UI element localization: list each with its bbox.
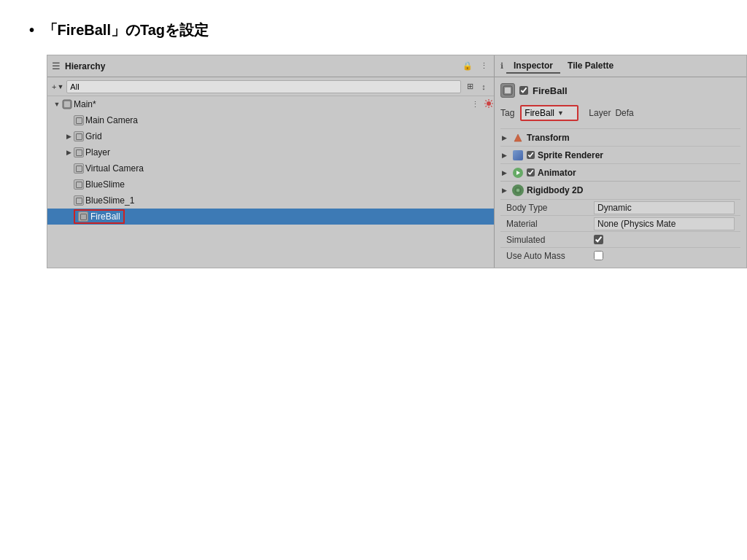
sprite-renderer-checkbox[interactable] — [527, 151, 535, 159]
hierarchy-panel: ☰ Hierarchy 🔒 ⋮ + ▼ ⊞ ↕ — [47, 55, 495, 268]
fireball-label: FireBall — [90, 211, 120, 222]
grid-label: Grid — [85, 131, 102, 141]
rigidbody-header[interactable]: Rigidbody 2D — [500, 182, 740, 199]
svg-point-8 — [516, 189, 519, 192]
player-label: Player — [85, 147, 110, 158]
body-type-label: Body Type — [506, 203, 594, 213]
hierarchy-item-fireball[interactable]: FireBall — [47, 209, 494, 225]
simulated-checkbox[interactable] — [594, 235, 603, 244]
hierarchy-menu-icon: ☰ — [52, 61, 61, 71]
tag-value: FireBall — [525, 108, 554, 118]
scene-icon — [62, 99, 72, 109]
simulated-label: Simulated — [506, 235, 594, 245]
svg-marker-6 — [516, 171, 520, 175]
animator-checkbox[interactable] — [527, 168, 535, 176]
gameobject-active-checkbox[interactable] — [519, 86, 528, 95]
main-camera-label: Main Camera — [85, 115, 138, 125]
sprite-renderer-icon — [512, 149, 524, 161]
gameobject-header: FireBall — [500, 82, 740, 99]
rigidbody-name: Rigidbody 2D — [527, 185, 583, 195]
hierarchy-item-blueslime1[interactable]: BlueSlime_1 — [47, 192, 494, 209]
transform-icon — [512, 132, 524, 144]
animator-expand-icon[interactable] — [502, 169, 509, 176]
bullet-point: • — [29, 22, 34, 38]
main-camera-icon — [74, 115, 84, 125]
blueslime-label: BlueSlime — [85, 179, 125, 190]
unity-editor-screenshot: ☰ Hierarchy 🔒 ⋮ + ▼ ⊞ ↕ — [47, 55, 747, 268]
property-body-type: Body Type Dynamic — [500, 199, 740, 215]
gameobject-icon — [500, 83, 515, 98]
svg-rect-1 — [64, 101, 70, 107]
blueslime1-label: BlueSlime_1 — [85, 195, 134, 206]
hierarchy-item-main-camera[interactable]: Main Camera — [47, 112, 494, 128]
rigidbody-section: Rigidbody 2D Body Type Dynamic Material … — [500, 181, 740, 263]
tag-layer-row: Tag FireBall ▼ Layer Defa — [500, 104, 740, 122]
rigidbody-expand-icon[interactable] — [502, 187, 509, 194]
animator-icon — [512, 167, 524, 179]
svg-rect-4 — [505, 88, 511, 93]
tag-dropdown-arrow: ▼ — [557, 109, 564, 117]
hierarchy-item-player[interactable]: Player — [47, 144, 494, 160]
inspector-info-icon: ℹ — [500, 61, 503, 71]
gameobject-name: FireBall — [533, 85, 568, 96]
svg-point-2 — [487, 101, 491, 106]
tile-palette-tab[interactable]: Tile Palette — [560, 59, 621, 74]
search-filter-icon[interactable]: ⊞ — [464, 81, 476, 93]
grid-icon — [74, 131, 84, 141]
virtual-camera-label: Virtual Camera — [85, 163, 144, 174]
component-animator[interactable]: Animator — [500, 163, 740, 181]
hierarchy-item-virtual-camera[interactable]: Virtual Camera — [47, 160, 494, 176]
grid-expand-arrow[interactable] — [65, 133, 72, 140]
property-simulated: Simulated — [500, 231, 740, 247]
animator-name: Animator — [538, 168, 576, 178]
blueslime-icon — [74, 179, 84, 190]
hierarchy-search-bar: + ▼ ⊞ ↕ — [47, 77, 494, 96]
sprite-renderer-name: Sprite Renderer — [538, 150, 603, 160]
tag-label: Tag — [500, 108, 514, 118]
hierarchy-item-blueslime[interactable]: BlueSlime — [47, 176, 494, 192]
component-transform[interactable]: Transform — [500, 128, 740, 146]
body-type-value[interactable]: Dynamic — [594, 201, 735, 214]
transform-expand-icon[interactable] — [502, 134, 509, 141]
virtual-camera-icon — [74, 163, 84, 174]
player-icon — [74, 147, 84, 158]
add-button[interactable]: + ▼ — [52, 82, 63, 91]
search-sort-icon[interactable]: ↕ — [478, 81, 489, 93]
inspector-tab[interactable]: Inspector — [506, 59, 560, 74]
scene-expand-arrow[interactable] — [53, 101, 61, 108]
inspector-header: ℹ Inspector Tile Palette — [495, 55, 746, 77]
search-input[interactable] — [66, 80, 461, 93]
scene-options-icon[interactable]: ⋮ — [471, 100, 479, 109]
scene-row[interactable]: Main* ⋮ — [47, 96, 494, 112]
fireball-selection-box: FireBall — [74, 209, 125, 224]
hierarchy-lock-icon[interactable]: 🔒 — [462, 61, 473, 72]
sprite-renderer-expand-icon[interactable] — [502, 152, 509, 159]
hierarchy-item-grid[interactable]: Grid — [47, 128, 494, 144]
component-sprite-renderer[interactable]: Sprite Renderer — [500, 146, 740, 163]
main-camera-gear-icon — [484, 98, 494, 111]
fireball-icon — [78, 211, 88, 222]
hierarchy-title: Hierarchy — [65, 61, 105, 71]
tag-dropdown[interactable]: FireBall ▼ — [520, 105, 578, 121]
use-auto-mass-label: Use Auto Mass — [506, 251, 594, 261]
material-value[interactable]: None (Physics Mate — [594, 217, 735, 230]
inspector-content: FireBall Tag FireBall ▼ Layer Defa Trans… — [495, 77, 746, 268]
hierarchy-header: ☰ Hierarchy 🔒 ⋮ — [47, 55, 494, 77]
page-title: • 「FireBall」のTagを設定 — [0, 0, 747, 55]
property-use-auto-mass: Use Auto Mass — [500, 247, 740, 263]
svg-marker-5 — [514, 134, 522, 141]
blueslime1-icon — [74, 195, 84, 206]
use-auto-mass-checkbox[interactable] — [594, 251, 603, 260]
rigidbody-icon — [512, 184, 524, 196]
hierarchy-more-icon[interactable]: ⋮ — [478, 61, 489, 72]
hierarchy-header-icons: 🔒 ⋮ — [462, 61, 489, 72]
inspector-panel: ℹ Inspector Tile Palette FireBall Tag Fi… — [495, 55, 746, 268]
property-material: Material None (Physics Mate — [500, 215, 740, 231]
player-expand-arrow[interactable] — [65, 149, 72, 156]
add-dropdown-arrow: ▼ — [57, 83, 63, 90]
hierarchy-content: Main* ⋮ Main Camera Grid — [47, 96, 494, 268]
transform-name: Transform — [527, 133, 570, 143]
material-label: Material — [506, 219, 594, 229]
layer-label: Layer — [589, 108, 611, 118]
layer-value: Defa — [615, 108, 633, 118]
